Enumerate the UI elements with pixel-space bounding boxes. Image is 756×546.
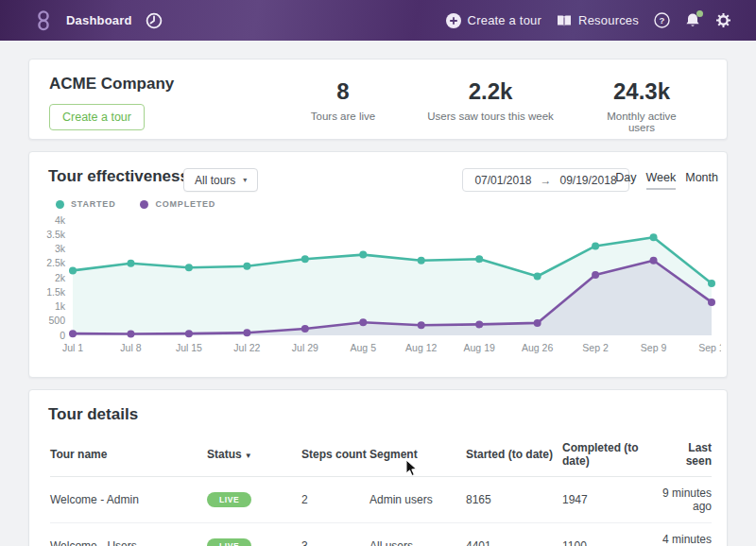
cell-segment: Admin users bbox=[369, 477, 466, 523]
tour-details-table: Tour nameStatus▼Steps countSegmentStarte… bbox=[50, 434, 712, 546]
cell-status: LIVE bbox=[207, 523, 301, 546]
chevron-down-icon: ▾ bbox=[243, 176, 247, 184]
stat-label: Monthly active users bbox=[599, 111, 684, 133]
stat-monthly-active-users: 24.3k Monthly active users bbox=[599, 78, 684, 133]
overview-card: ACME Company Create a tour 8 Tours are l… bbox=[28, 59, 728, 140]
tour-details-title: Tour details bbox=[48, 405, 138, 424]
table-row: Welcome - AdminLIVE2Admin users816519479… bbox=[50, 477, 712, 523]
svg-text:3k: 3k bbox=[55, 243, 66, 254]
svg-text:Jul 15: Jul 15 bbox=[176, 342, 202, 353]
column-header-last-seen[interactable]: Last seen bbox=[660, 434, 712, 477]
svg-text:Aug 12: Aug 12 bbox=[405, 342, 437, 353]
notifications-bell-icon[interactable] bbox=[685, 12, 700, 28]
svg-text:Jul 8: Jul 8 bbox=[120, 342, 141, 353]
column-header-started-to-date-[interactable]: Started (to date) bbox=[466, 434, 562, 477]
cell-segment: All users bbox=[369, 523, 466, 546]
create-tour-button[interactable]: Create a tour bbox=[49, 104, 145, 130]
stat-label: Users saw tours this week bbox=[427, 111, 554, 122]
chart-legend: STARTEDCOMPLETED bbox=[56, 199, 215, 209]
company-name: ACME Company bbox=[49, 75, 174, 94]
appcues-logo-icon[interactable] bbox=[34, 9, 53, 33]
arrow-right-icon: → bbox=[541, 174, 552, 187]
stat-label: Tours are live bbox=[311, 111, 375, 122]
svg-text:Sep 2: Sep 2 bbox=[582, 342, 609, 353]
cell-completed-to-date: 1100 bbox=[562, 523, 660, 546]
stat-tours-live: 8 Tours are live bbox=[311, 78, 375, 122]
top-navbar: Dashboard Create a tour bbox=[0, 0, 756, 41]
cell-steps-count: 2 bbox=[301, 477, 369, 523]
column-header-segment[interactable]: Segment bbox=[369, 434, 466, 477]
granularity-tabs: DayWeekMonth bbox=[615, 171, 718, 190]
tour-details-card: Tour details Tour nameStatus▼Steps count… bbox=[28, 389, 728, 546]
book-icon bbox=[557, 14, 572, 27]
tab-day[interactable]: Day bbox=[615, 171, 636, 190]
date-end: 09/19/2018 bbox=[560, 174, 617, 187]
create-tour-nav-label: Create a tour bbox=[468, 13, 541, 27]
tour-filter-dropdown[interactable]: All tours ▾ bbox=[183, 168, 258, 192]
cell-last-seen: 4 minutes ago bbox=[660, 523, 712, 546]
column-header-steps-count[interactable]: Steps count bbox=[301, 434, 369, 477]
svg-text:?: ? bbox=[660, 15, 665, 26]
stat-value: 8 bbox=[311, 78, 375, 105]
svg-text:Jul 22: Jul 22 bbox=[233, 342, 260, 353]
resources-nav-label: Resources bbox=[578, 13, 639, 27]
date-range-picker[interactable]: 07/01/2018 → 09/19/2018 bbox=[462, 168, 629, 192]
stat-users-saw-tours: 2.2k Users saw tours this week bbox=[427, 78, 554, 122]
resources-nav-button[interactable]: Resources bbox=[557, 13, 639, 27]
cell-tour-name[interactable]: Welcome - Users bbox=[50, 523, 207, 546]
nav-dashboard-link[interactable]: Dashboard bbox=[66, 13, 132, 27]
legend-dot-icon bbox=[140, 200, 148, 209]
cell-status: LIVE bbox=[207, 477, 301, 523]
effectiveness-line-chart[interactable]: 4k3.5k3k2.5k2k1.5k1k5000Jul 1Jul 8Jul 15… bbox=[37, 213, 721, 356]
cell-last-seen: 9 minutes ago bbox=[660, 477, 712, 523]
builder-clock-icon[interactable] bbox=[146, 12, 163, 29]
tour-effectiveness-card: Tour effectiveness All tours ▾ 07/01/201… bbox=[28, 151, 728, 378]
cell-steps-count: 3 bbox=[301, 523, 369, 546]
svg-text:Sep 1: Sep 1 bbox=[698, 342, 721, 353]
tour-effectiveness-title: Tour effectiveness bbox=[48, 167, 189, 186]
cell-completed-to-date: 1947 bbox=[562, 477, 660, 523]
help-icon[interactable]: ? bbox=[654, 12, 670, 28]
svg-text:500: 500 bbox=[48, 315, 65, 326]
svg-text:1k: 1k bbox=[55, 300, 66, 312]
tour-filter-value: All tours bbox=[195, 174, 235, 187]
column-header-status[interactable]: Status▼ bbox=[207, 434, 301, 477]
tour-table-body: Welcome - AdminLIVE2Admin users816519479… bbox=[50, 477, 712, 546]
cell-tour-name[interactable]: Welcome - Admin bbox=[50, 477, 207, 523]
settings-gear-icon[interactable] bbox=[715, 12, 731, 28]
svg-text:0: 0 bbox=[60, 330, 65, 341]
svg-text:Aug 26: Aug 26 bbox=[522, 342, 553, 353]
cell-started-to-date: 4401 bbox=[466, 523, 562, 546]
svg-text:4k: 4k bbox=[55, 214, 66, 226]
create-tour-nav-button[interactable]: Create a tour bbox=[446, 13, 541, 28]
tab-week[interactable]: Week bbox=[646, 171, 677, 190]
legend-dot-icon bbox=[56, 200, 64, 209]
svg-text:3.5k: 3.5k bbox=[46, 229, 66, 240]
svg-text:Aug 5: Aug 5 bbox=[351, 342, 377, 353]
stat-value: 2.2k bbox=[427, 78, 554, 105]
table-row: Welcome - UsersLIVE3All users440111004 m… bbox=[50, 523, 712, 546]
svg-text:Sep 9: Sep 9 bbox=[641, 342, 667, 353]
column-header-tour-name[interactable]: Tour name bbox=[50, 434, 207, 477]
column-header-completed-to-date-[interactable]: Completed (to date) bbox=[562, 434, 660, 477]
svg-text:2k: 2k bbox=[55, 272, 66, 283]
plus-circle-icon bbox=[446, 13, 461, 28]
svg-text:Jul 29: Jul 29 bbox=[292, 342, 318, 353]
status-badge: LIVE bbox=[207, 538, 251, 546]
sort-desc-icon: ▼ bbox=[245, 452, 252, 460]
stat-value: 24.3k bbox=[599, 78, 684, 105]
svg-text:Aug 19: Aug 19 bbox=[464, 342, 495, 353]
svg-text:1.5k: 1.5k bbox=[46, 286, 66, 298]
date-start: 07/01/2018 bbox=[474, 174, 531, 187]
status-badge: LIVE bbox=[207, 492, 251, 507]
notification-dot bbox=[696, 10, 703, 17]
legend-item-started[interactable]: STARTED bbox=[56, 199, 115, 209]
table-header-row: Tour nameStatus▼Steps countSegmentStarte… bbox=[50, 434, 712, 477]
tab-month[interactable]: Month bbox=[685, 171, 718, 190]
svg-text:Jul 1: Jul 1 bbox=[62, 342, 83, 353]
cell-started-to-date: 8165 bbox=[466, 477, 562, 523]
legend-item-completed[interactable]: COMPLETED bbox=[140, 199, 215, 209]
svg-text:2.5k: 2.5k bbox=[46, 257, 66, 268]
